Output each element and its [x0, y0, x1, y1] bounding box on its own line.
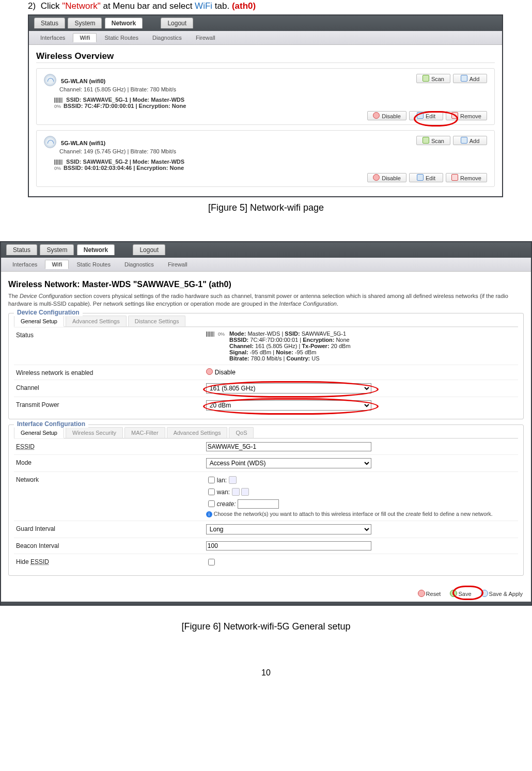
signal-icon [206, 332, 214, 337]
interface-configuration: Interface Configuration General Setup Wi… [8, 424, 524, 576]
subtab-interfaces[interactable]: Interfaces [34, 34, 71, 42]
add-button[interactable]: Add [453, 136, 487, 145]
edit-icon [417, 112, 424, 119]
add-icon [461, 75, 467, 82]
disable-icon [206, 368, 213, 375]
save-icon [450, 590, 457, 597]
tab-qos[interactable]: QoS [229, 427, 254, 438]
menu-bar: Status System Network Logout [1, 242, 531, 258]
disable-button[interactable]: Disable [367, 111, 406, 120]
tab-mac-filter[interactable]: MAC-Filter [124, 427, 165, 438]
save-button[interactable]: Save [447, 589, 474, 597]
subtab-wifi[interactable]: Wifi [45, 260, 69, 269]
disable-button[interactable]: Disable [367, 173, 406, 182]
subtab-firewall[interactable]: Firewall [162, 260, 194, 269]
apply-icon [481, 590, 488, 597]
wifi-icon [44, 136, 56, 148]
page-title: Wireless Network: Master-WDS "SAWWAVE_5G… [8, 280, 524, 289]
reset-icon [418, 590, 425, 597]
add-button[interactable]: Add [453, 74, 487, 83]
network-lan-checkbox[interactable] [208, 477, 215, 483]
mode-select[interactable]: Access Point (WDS) [206, 458, 371, 468]
reset-button[interactable]: Reset [415, 589, 444, 597]
channel-select[interactable]: 161 (5.805 GHz) [206, 383, 371, 394]
remove-button[interactable]: Remove [446, 111, 487, 120]
menu-bar: Status System Network Logout [29, 15, 502, 31]
network-create-input[interactable] [238, 499, 279, 509]
interface-icon [241, 488, 249, 496]
add-icon [461, 137, 467, 144]
subtab-diagnostics[interactable]: Diagnostics [118, 260, 160, 269]
remove-button[interactable]: Remove [446, 173, 487, 182]
page-number: 10 [21, 668, 511, 678]
scan-icon [423, 75, 429, 82]
network-create-checkbox[interactable] [208, 500, 215, 507]
hide-essid-checkbox[interactable] [208, 559, 215, 565]
disable-icon [373, 174, 380, 181]
wifi-icon [44, 74, 56, 86]
signal-icon [54, 98, 62, 103]
tab-logout[interactable]: Logout [133, 244, 165, 255]
tab-advanced-settings[interactable]: Advanced Settings [167, 427, 228, 438]
tab-general-setup[interactable]: General Setup [14, 316, 64, 327]
remove-icon [451, 174, 458, 181]
save-apply-button[interactable]: Save & Apply [478, 589, 526, 597]
tab-status[interactable]: Status [6, 244, 37, 255]
figure6-caption: [Figure 6] Network-wifi-5G General setup [21, 621, 511, 632]
submenu-bar: Interfaces Wifi Static Routes Diagnostic… [29, 31, 502, 45]
figure5-screenshot: Status System Network Logout Interfaces … [28, 14, 503, 197]
tab-distance-settings[interactable]: Distance Settings [128, 316, 186, 326]
edit-icon [417, 174, 424, 181]
wifi-card-1: 5G-WLAN (wifi1) Channel: 149 (5.745 GHz)… [36, 130, 495, 187]
subtab-interfaces[interactable]: Interfaces [6, 260, 43, 269]
subtab-static-routes[interactable]: Static Routes [71, 260, 117, 269]
tab-system[interactable]: System [40, 244, 74, 255]
info-icon: i [206, 511, 212, 517]
subtab-wifi[interactable]: Wifi [73, 33, 97, 42]
interface-icon [229, 476, 237, 484]
tab-logout[interactable]: Logout [161, 18, 193, 28]
subtab-static-routes[interactable]: Static Routes [99, 34, 145, 42]
essid-input[interactable] [206, 442, 371, 451]
network-wan-checkbox[interactable] [208, 489, 215, 495]
tab-advanced-settings[interactable]: Advanced Settings [66, 316, 127, 326]
tab-network[interactable]: Network [105, 18, 143, 28]
scan-button[interactable]: Scan [416, 136, 450, 145]
submenu-bar: Interfaces Wifi Static Routes Diagnostic… [1, 258, 531, 272]
disable-link[interactable]: Disable [215, 369, 236, 376]
tab-general-setup[interactable]: General Setup [14, 427, 64, 438]
beacon-interval-input[interactable] [206, 541, 371, 550]
txpower-select[interactable]: 20 dBm [206, 400, 371, 411]
device-configuration: Device Configuration General Setup Advan… [8, 313, 524, 419]
tab-status[interactable]: Status [34, 18, 65, 28]
page-title: Wireless Overview [36, 51, 495, 63]
subtab-firewall[interactable]: Firewall [190, 34, 222, 42]
instruction-line: 2) Click "Network" at Menu bar and selec… [28, 1, 511, 11]
interface-icon [232, 488, 240, 496]
edit-button[interactable]: Edit [409, 111, 443, 120]
figure5-caption: [Figure 5] Network-wifi page [21, 202, 511, 213]
disable-icon [373, 112, 380, 119]
scan-icon [423, 137, 429, 144]
tab-network[interactable]: Network [77, 244, 115, 255]
tab-system[interactable]: System [68, 18, 102, 28]
edit-button[interactable]: Edit [409, 173, 443, 182]
subtab-diagnostics[interactable]: Diagnostics [146, 34, 188, 42]
guard-interval-select[interactable]: Long [206, 524, 371, 534]
scan-button[interactable]: Scan [416, 74, 450, 83]
figure6-screenshot: Status System Network Logout Interfaces … [0, 241, 532, 606]
wifi-card-0: 5G-WLAN (wifi0) Channel: 161 (5.805 GHz)… [36, 68, 495, 125]
remove-icon [451, 112, 458, 119]
signal-icon [54, 160, 62, 165]
action-bar: Reset Save Save & Apply [1, 585, 531, 602]
page-description: The Device Configuration section covers … [8, 292, 524, 308]
tab-wireless-security[interactable]: Wireless Security [66, 427, 123, 438]
